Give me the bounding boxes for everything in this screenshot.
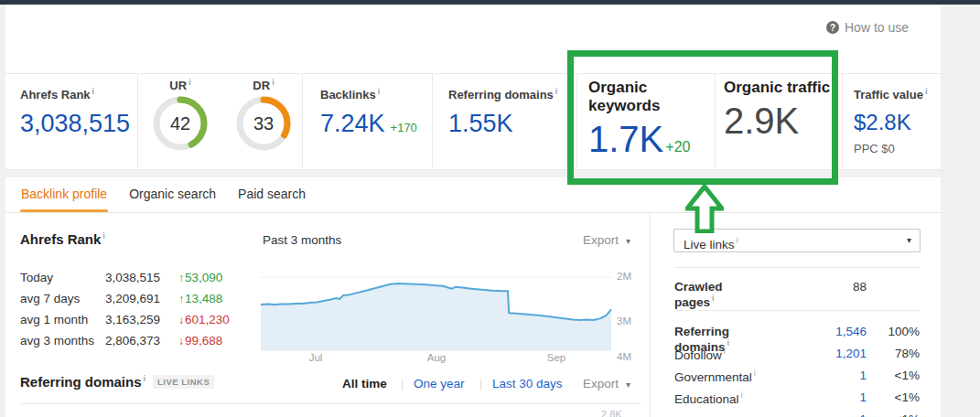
info-icon[interactable]: i xyxy=(741,390,743,400)
rank-row-label: Today xyxy=(20,271,53,284)
stat-percent: <1% xyxy=(869,369,920,382)
up-arrow-icon: ↑ xyxy=(178,293,184,305)
next-chart-axis-label: 2.8K xyxy=(601,409,622,417)
range-all-time[interactable]: All time xyxy=(342,377,387,390)
x-tick-label: Aug xyxy=(423,352,450,363)
range-separator: | xyxy=(479,377,482,390)
top-navy-bar xyxy=(0,0,980,5)
sidebar-hr xyxy=(674,310,920,311)
metric-label: Referring domains xyxy=(448,88,554,102)
stat-label: Educational xyxy=(674,392,739,406)
stat-value-link[interactable]: 1 xyxy=(787,390,867,404)
metric-organic-keywords: Organic keywords 1.7K+20 xyxy=(576,74,715,169)
stat-value-link[interactable]: 1,546 xyxy=(787,325,867,338)
info-icon[interactable]: i xyxy=(144,374,146,383)
metric-label: Backlinks xyxy=(320,88,376,102)
range-separator: | xyxy=(401,377,404,390)
y-tick-label: 2M xyxy=(617,271,631,282)
how-to-use-link[interactable]: ? How to use xyxy=(826,20,909,35)
metric-backlinks: Backlinksi 7.24K+170 xyxy=(302,74,432,169)
sidebar-divider xyxy=(650,213,651,417)
rank-row-delta: 601,230 xyxy=(185,313,230,326)
live-links-badge: LIVE LINKS xyxy=(153,375,214,389)
info-icon[interactable]: i xyxy=(712,294,715,303)
metric-ahrefs-rank: Ahrefs Ranki 3,038,515 xyxy=(5,74,137,169)
metric-traffic-value: Traffic valuei $2.8K PPC $0 xyxy=(842,74,941,169)
dropdown-selected-label: Live links xyxy=(684,238,735,251)
stat-value-link[interactable]: 1 xyxy=(787,412,867,417)
rank-table-row: avg 3 months 2,806,373 ↓99,688 xyxy=(20,334,258,352)
band-gap-strip xyxy=(5,170,941,177)
up-arrow-icon: ↑ xyxy=(178,272,184,284)
rank-row-value: 3,209,691 xyxy=(75,292,160,305)
y-tick-label: 3M xyxy=(617,315,631,326)
stat-value-link[interactable]: 1,201 xyxy=(787,347,867,360)
stat-label: .gov xyxy=(674,412,698,417)
tab-backlink-profile[interactable]: Backlink profile xyxy=(20,177,108,212)
page-right-margin xyxy=(941,5,980,417)
rank-row-value: 3,038,515 xyxy=(75,271,160,284)
dr-gauge: DRi 33 xyxy=(234,78,293,153)
metric-label: Traffic value xyxy=(854,88,923,102)
live-links-dropdown[interactable]: Live linksi ▾ xyxy=(673,229,921,252)
stat-percent: <1% xyxy=(869,390,920,404)
metric-value: $2.8K xyxy=(854,110,941,135)
referring-panel-title: Referring domainsiLIVE LINKS xyxy=(20,374,214,390)
y-tick-label: 4M xyxy=(617,351,631,362)
rank-row-value: 2,806,373 xyxy=(75,334,160,348)
info-icon[interactable]: i xyxy=(188,78,191,87)
info-icon[interactable]: i xyxy=(737,236,738,245)
range-last-30-days[interactable]: Last 30 days xyxy=(492,377,563,390)
how-to-use-label: How to use xyxy=(845,20,909,35)
rank-table-row: avg 1 month 3,163,259 ↓601,230 xyxy=(20,313,258,331)
rank-row-delta: 99,688 xyxy=(185,334,222,348)
metric-value: 7.24K xyxy=(320,110,385,138)
down-arrow-icon: ↓ xyxy=(178,335,184,348)
x-tick-label: Jul xyxy=(302,352,329,363)
crawled-pages-value: 88 xyxy=(787,280,867,294)
rank-row-delta: 53,090 xyxy=(185,271,222,284)
metrics-band: Ahrefs Ranki 3,038,515 URi 42 DRi xyxy=(5,73,941,170)
help-icon: ? xyxy=(826,21,839,34)
tab-paid-search[interactable]: Paid search xyxy=(237,177,307,212)
stat-percent: <1% xyxy=(869,412,920,417)
info-icon[interactable]: i xyxy=(378,87,381,96)
dr-value: 33 xyxy=(234,94,293,153)
info-icon[interactable]: i xyxy=(925,87,928,96)
metric-value: 2.9K xyxy=(724,101,842,142)
rank-table-row: Today 3,038,515 ↑53,090 xyxy=(20,271,258,289)
metric-delta: +20 xyxy=(665,139,690,155)
info-icon[interactable]: i xyxy=(92,87,95,96)
metric-organic-traffic: Organic traffic 2.9K xyxy=(715,74,842,169)
info-icon[interactable]: i xyxy=(754,369,756,378)
metric-value: 1.7K xyxy=(588,119,663,160)
stat-percent: 78% xyxy=(869,347,920,360)
referring-export-button[interactable]: Export▾ xyxy=(583,377,630,390)
metric-label: Organic keywords xyxy=(588,79,715,115)
stat-value-link[interactable]: 1 xyxy=(787,369,867,382)
gauge-label: UR xyxy=(169,79,187,92)
info-icon[interactable]: i xyxy=(102,231,105,241)
info-icon[interactable]: i xyxy=(555,87,558,96)
info-icon[interactable]: i xyxy=(727,338,730,348)
stat-percent: 100% xyxy=(869,325,920,338)
chart-title: Past 3 months xyxy=(263,233,341,247)
crawled-pages-label: Crawled pages xyxy=(674,280,723,309)
tab-bar: Backlink profile Organic search Paid sea… xyxy=(5,177,941,213)
rank-table-row: avg 7 days 3,209,691 ↑13,488 xyxy=(20,292,258,310)
gauge-label: DR xyxy=(253,79,270,92)
chart-export-button[interactable]: Export▾ xyxy=(583,233,630,247)
range-one-year[interactable]: One year xyxy=(414,377,465,390)
info-icon[interactable]: i xyxy=(272,78,275,87)
metric-value: 1.55K xyxy=(448,110,576,138)
rank-row-value: 3,163,259 xyxy=(75,313,160,326)
info-icon[interactable]: i xyxy=(724,347,726,356)
caret-down-icon: ▾ xyxy=(626,236,630,246)
tab-organic-search[interactable]: Organic search xyxy=(128,177,217,212)
ur-gauge: URi 42 xyxy=(151,78,210,153)
sidebar-hr xyxy=(674,267,920,268)
stat-label: Governmental xyxy=(674,370,752,384)
metric-label: Organic traffic xyxy=(724,79,842,97)
metric-label: Ahrefs Rank xyxy=(20,88,91,102)
x-tick-label: Sep xyxy=(543,352,570,363)
